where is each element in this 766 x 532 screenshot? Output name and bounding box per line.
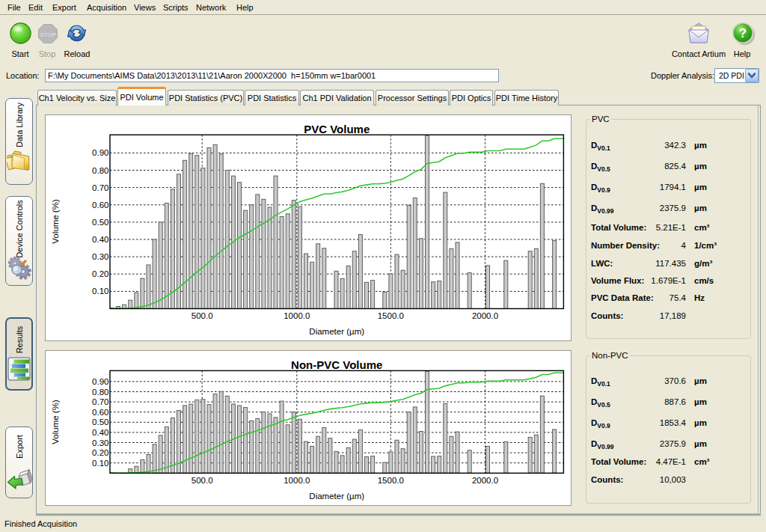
svg-text:0.40: 0.40 <box>92 428 108 437</box>
svg-text:?: ? <box>739 26 747 40</box>
svg-text:0.90: 0.90 <box>92 148 108 157</box>
svg-text:500.0: 500.0 <box>192 476 213 485</box>
svg-text:1000.0: 1000.0 <box>284 311 310 320</box>
svg-text:1000.0: 1000.0 <box>284 476 310 485</box>
svg-text:0.40: 0.40 <box>92 235 108 244</box>
svg-text:0.10: 0.10 <box>92 459 108 468</box>
svg-text:Volume (%): Volume (%) <box>51 400 60 444</box>
svg-text:PVC Volume: PVC Volume <box>304 123 370 135</box>
svg-text:0.30: 0.30 <box>92 438 108 447</box>
svg-text:0.80: 0.80 <box>92 166 108 175</box>
svg-text:0.60: 0.60 <box>92 201 108 210</box>
svg-text:1500.0: 1500.0 <box>378 476 404 485</box>
svg-text:Non-PVC Volume: Non-PVC Volume <box>291 358 382 371</box>
svg-text:0.50: 0.50 <box>92 418 108 426</box>
svg-text:Diameter (µm): Diameter (µm) <box>309 492 364 501</box>
svg-text:0.70: 0.70 <box>92 183 108 192</box>
svg-text:Diameter (µm): Diameter (µm) <box>309 327 364 336</box>
svg-text:0.30: 0.30 <box>92 252 108 261</box>
svg-text:STOP: STOP <box>40 31 56 38</box>
svg-text:1500.0: 1500.0 <box>378 311 404 320</box>
svg-text:2000.0: 2000.0 <box>472 311 498 320</box>
svg-text:0.70: 0.70 <box>92 397 108 406</box>
svg-text:Volume (%): Volume (%) <box>51 199 60 244</box>
svg-text:0.90: 0.90 <box>92 377 108 386</box>
svg-text:0.20: 0.20 <box>92 448 108 457</box>
svg-text:0.50: 0.50 <box>92 218 108 227</box>
svg-text:500.0: 500.0 <box>192 311 213 320</box>
svg-text:0.80: 0.80 <box>92 388 108 397</box>
svg-text:2000.0: 2000.0 <box>472 476 498 485</box>
svg-text:0.60: 0.60 <box>92 408 108 417</box>
svg-text:0.20: 0.20 <box>92 269 108 278</box>
svg-text:0.10: 0.10 <box>92 287 108 296</box>
